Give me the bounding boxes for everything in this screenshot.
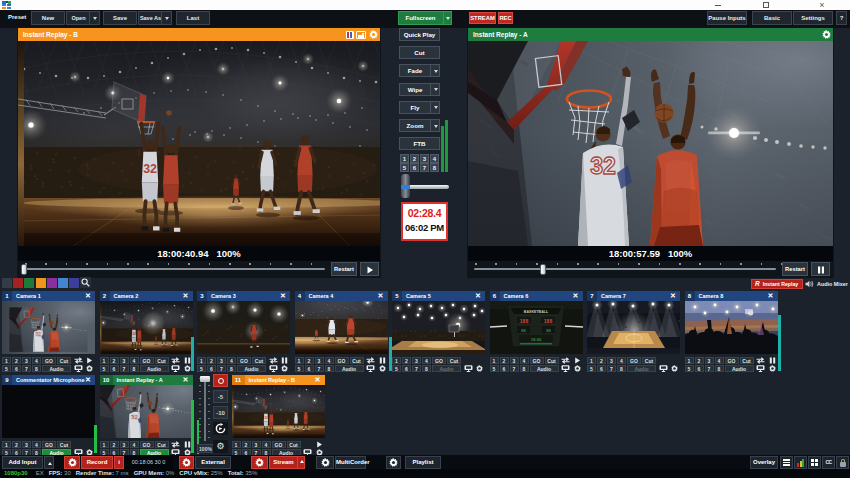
svg-text:32: 32	[143, 162, 157, 176]
svg-text:BASKETBALL: BASKETBALL	[523, 310, 548, 314]
svg-text:188: 188	[543, 318, 552, 324]
svg-text:32: 32	[264, 416, 268, 420]
svg-text:88: 88	[546, 328, 551, 333]
svg-text:32: 32	[590, 153, 616, 179]
svg-text:88: 88	[521, 328, 526, 333]
svg-text:32: 32	[36, 332, 42, 337]
svg-text:188: 188	[519, 318, 528, 324]
svg-text:32: 32	[131, 414, 138, 420]
svg-text:18:06: 18:06	[530, 337, 541, 342]
